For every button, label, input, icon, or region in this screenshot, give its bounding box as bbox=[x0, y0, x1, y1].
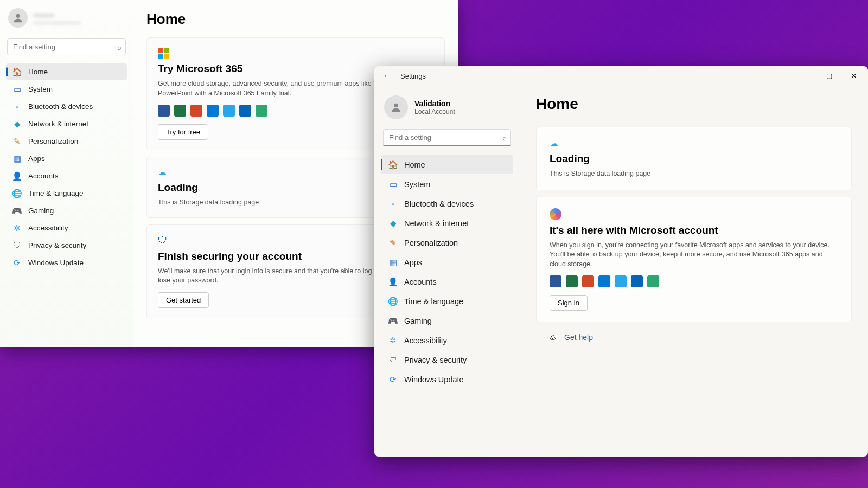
time-icon: 🌐 bbox=[12, 189, 22, 198]
nav-item-accounts[interactable]: 👤Accounts bbox=[381, 272, 513, 291]
minimize-button[interactable]: — bbox=[793, 67, 817, 85]
nav-item-label: Personalization bbox=[404, 239, 458, 247]
nav-item-apps[interactable]: ▦Apps bbox=[381, 253, 513, 272]
nav-item-label: Home bbox=[28, 68, 48, 76]
app-icon bbox=[239, 105, 251, 117]
nav-item-personalization[interactable]: ✎Personalization bbox=[381, 233, 513, 252]
apps-icon: ▦ bbox=[12, 154, 22, 163]
get-help-link[interactable]: 🕭 Get help bbox=[536, 329, 852, 346]
gaming-icon: 🎮 bbox=[12, 206, 22, 215]
nav-item-accessibility[interactable]: ✲Accessibility bbox=[381, 331, 513, 350]
nav-item-label: System bbox=[28, 85, 53, 93]
search-icon: ⌕ bbox=[117, 43, 122, 51]
try-for-free-button[interactable]: Try for free bbox=[158, 124, 208, 140]
privacy-icon: 🛡 bbox=[388, 355, 398, 364]
account-type: Local Account bbox=[414, 108, 455, 115]
nav-list: 🏠Home▭SystemᚼBluetooth & devices◆Network… bbox=[378, 155, 516, 389]
nav-item-privacy[interactable]: 🛡Privacy & security bbox=[381, 350, 513, 369]
svg-point-0 bbox=[16, 14, 20, 18]
sidebar: Validation Local Account ⌕ 🏠Home▭Systemᚼ… bbox=[374, 86, 520, 457]
nav-item-network[interactable]: ◆Network & internet bbox=[6, 115, 127, 132]
nav-item-privacy[interactable]: 🛡Privacy & security bbox=[6, 237, 127, 254]
nav-item-time[interactable]: 🌐Time & language bbox=[381, 292, 513, 311]
svg-point-1 bbox=[394, 104, 398, 107]
back-button[interactable]: ← bbox=[382, 70, 393, 81]
app-icon bbox=[174, 105, 186, 117]
app-icon bbox=[582, 275, 594, 287]
nav-item-time[interactable]: 🌐Time & language bbox=[6, 185, 127, 202]
nav-item-label: System bbox=[404, 180, 430, 189]
nav-item-label: Gaming bbox=[404, 317, 432, 325]
app-icon bbox=[158, 105, 170, 117]
sign-in-button[interactable]: Sign in bbox=[550, 295, 588, 311]
nav-item-personalization[interactable]: ✎Personalization bbox=[6, 133, 127, 150]
main-content: Home ☁ Loading This is Storage data load… bbox=[520, 86, 868, 457]
microsoft-logo-icon bbox=[158, 48, 169, 59]
search-box[interactable]: ⌕ bbox=[7, 38, 126, 55]
nav-item-label: Gaming bbox=[28, 207, 54, 215]
nav-item-network[interactable]: ◆Network & internet bbox=[381, 214, 513, 233]
time-icon: 🌐 bbox=[388, 297, 398, 306]
personalization-icon: ✎ bbox=[388, 238, 398, 247]
update-icon: ⟳ bbox=[388, 375, 398, 384]
network-icon: ◆ bbox=[12, 119, 22, 129]
app-icon bbox=[190, 105, 202, 117]
nav-item-label: Time & language bbox=[28, 189, 84, 197]
nav-item-bluetooth[interactable]: ᚼBluetooth & devices bbox=[6, 98, 127, 115]
nav-item-label: Personalization bbox=[28, 137, 78, 145]
nav-item-bluetooth[interactable]: ᚼBluetooth & devices bbox=[381, 194, 513, 213]
nav-item-label: Bluetooth & devices bbox=[28, 102, 93, 111]
nav-item-home[interactable]: 🏠Home bbox=[6, 63, 127, 80]
titlebar: ← Settings — ▢ ✕ bbox=[374, 66, 868, 86]
privacy-icon: 🛡 bbox=[12, 241, 22, 250]
card-title: Loading bbox=[550, 153, 838, 165]
accounts-icon: 👤 bbox=[12, 171, 22, 181]
network-icon: ◆ bbox=[388, 219, 398, 228]
search-box[interactable]: ⌕ bbox=[383, 129, 511, 146]
close-button[interactable]: ✕ bbox=[841, 67, 866, 85]
nav-item-system[interactable]: ▭System bbox=[381, 175, 513, 194]
nav-item-label: Windows Update bbox=[404, 375, 464, 384]
nav-item-label: Accessibility bbox=[404, 336, 447, 345]
app-icon-row bbox=[550, 275, 838, 287]
nav-item-accounts[interactable]: 👤Accounts bbox=[6, 168, 127, 184]
nav-item-home[interactable]: 🏠Home bbox=[381, 155, 513, 174]
account-name: Validation bbox=[414, 99, 455, 108]
cloud-icon: ☁ bbox=[550, 138, 838, 149]
nav-list: 🏠Home▭SystemᚼBluetooth & devices◆Network… bbox=[3, 63, 130, 271]
system-icon: ▭ bbox=[388, 179, 398, 189]
microsoft-account-icon bbox=[550, 208, 561, 220]
account-email-blurred: ———————— bbox=[33, 19, 81, 25]
card-desc: When you sign in, you're connecting your… bbox=[550, 241, 838, 269]
accessibility-icon: ✲ bbox=[388, 336, 398, 345]
card-loading: ☁ Loading This is Storage data loading p… bbox=[536, 127, 852, 190]
system-icon: ▭ bbox=[12, 85, 22, 94]
nav-item-system[interactable]: ▭System bbox=[6, 81, 127, 98]
search-input[interactable] bbox=[7, 38, 126, 55]
gaming-icon: 🎮 bbox=[388, 316, 398, 325]
account-header[interactable]: Validation Local Account bbox=[378, 91, 516, 129]
nav-item-gaming[interactable]: 🎮Gaming bbox=[381, 311, 513, 330]
nav-item-update[interactable]: ⟳Windows Update bbox=[381, 370, 513, 389]
app-icon bbox=[207, 105, 219, 117]
maximize-button[interactable]: ▢ bbox=[817, 67, 841, 85]
app-icon bbox=[223, 105, 235, 117]
sidebar: ——— ———————— ⌕ 🏠Home▭SystemᚼBluetooth & … bbox=[0, 0, 133, 347]
nav-item-apps[interactable]: ▦Apps bbox=[6, 150, 127, 167]
nav-item-accessibility[interactable]: ✲Accessibility bbox=[6, 220, 127, 236]
nav-item-label: Network & internet bbox=[404, 219, 469, 228]
nav-item-gaming[interactable]: 🎮Gaming bbox=[6, 202, 127, 219]
nav-item-label: Home bbox=[404, 160, 425, 169]
window-title: Settings bbox=[400, 72, 426, 80]
app-icon bbox=[615, 275, 627, 287]
get-started-button[interactable]: Get started bbox=[158, 292, 209, 308]
avatar-icon bbox=[384, 95, 408, 119]
apps-icon: ▦ bbox=[388, 258, 398, 267]
search-input[interactable] bbox=[383, 129, 511, 146]
app-icon bbox=[598, 275, 610, 287]
app-icon bbox=[566, 275, 578, 287]
app-icon bbox=[256, 105, 267, 117]
account-header[interactable]: ——— ———————— bbox=[3, 5, 130, 30]
nav-item-update[interactable]: ⟳Windows Update bbox=[6, 254, 127, 271]
nav-item-label: Accounts bbox=[28, 172, 59, 180]
